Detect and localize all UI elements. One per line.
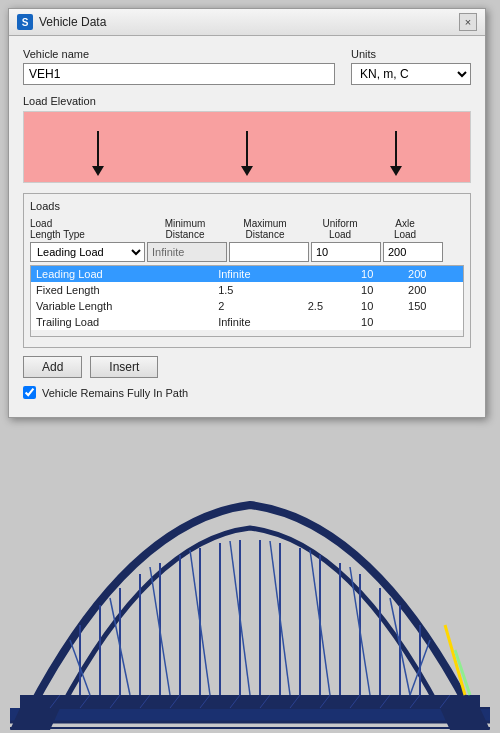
arrow-shaft-3 <box>395 131 397 166</box>
action-buttons: Add Insert <box>23 356 471 378</box>
arrow-head-2 <box>241 166 253 176</box>
top-fields-row: Vehicle name Units KN, m, C KN, mm, C N,… <box>23 48 471 85</box>
row-axle: 200 <box>403 266 463 282</box>
load-type-select[interactable]: Leading Load Fixed Length Variable Lengt… <box>30 242 145 262</box>
table-row[interactable]: Variable Length 2 2.5 10 150 <box>31 298 463 314</box>
loads-label: Loads <box>30 200 464 212</box>
units-select[interactable]: KN, m, C KN, mm, C N, m, C <box>351 63 471 85</box>
loads-table: Leading Load Infinite 10 200 Fixed Lengt… <box>31 266 463 330</box>
loads-section: Loads LoadLength Type MinimumDistance Ma… <box>23 193 471 348</box>
bridge-svg <box>0 460 500 733</box>
th-maximum-distance: MaximumDistance <box>225 218 305 240</box>
row-min-dist: 2 <box>213 298 303 314</box>
checkbox-row: Vehicle Remains Fully In Path <box>23 386 471 399</box>
row-uniform: 10 <box>356 298 403 314</box>
row-max-dist: 2.5 <box>303 298 356 314</box>
arrow-1 <box>92 131 104 176</box>
row-uniform: 10 <box>356 282 403 298</box>
th-load-length-type: LoadLength Type <box>30 218 145 240</box>
close-button[interactable]: × <box>459 13 477 31</box>
title-bar: S Vehicle Data × <box>9 9 485 36</box>
table-row[interactable]: Trailing Load Infinite 10 <box>31 314 463 330</box>
vehicle-path-checkbox[interactable] <box>23 386 36 399</box>
th-axle-load: AxleLoad <box>375 218 435 240</box>
row-max-dist <box>303 314 356 330</box>
arrow-2 <box>241 131 253 176</box>
arrow-head-3 <box>390 166 402 176</box>
table-body: Leading Load Infinite 10 200 Fixed Lengt… <box>31 266 463 330</box>
row-uniform: 10 <box>356 266 403 282</box>
arrow-shaft-1 <box>97 131 99 166</box>
vehicle-data-window: S Vehicle Data × Vehicle name Units KN, … <box>8 8 486 418</box>
app-icon: S <box>17 14 33 30</box>
th-minimum-distance: MinimumDistance <box>145 218 225 240</box>
row-uniform: 10 <box>356 314 403 330</box>
data-table-container: Leading Load Infinite 10 200 Fixed Lengt… <box>30 265 464 337</box>
th-uniform-load: UniformLoad <box>305 218 375 240</box>
row-axle: 200 <box>403 282 463 298</box>
row-axle <box>403 314 463 330</box>
vehicle-path-label: Vehicle Remains Fully In Path <box>42 387 188 399</box>
main-content: Vehicle name Units KN, m, C KN, mm, C N,… <box>9 36 485 417</box>
min-distance-input[interactable] <box>147 242 227 262</box>
load-elevation-box <box>23 111 471 183</box>
uniform-load-input[interactable] <box>311 242 381 262</box>
vehicle-name-label: Vehicle name <box>23 48 335 60</box>
window-title: Vehicle Data <box>39 15 106 29</box>
row-load-type: Trailing Load <box>31 314 213 330</box>
row-min-dist: Infinite <box>213 266 303 282</box>
row-load-type: Fixed Length <box>31 282 213 298</box>
add-button[interactable]: Add <box>23 356 82 378</box>
row-max-dist <box>303 282 356 298</box>
row-load-type: Leading Load <box>31 266 213 282</box>
arrow-head-1 <box>92 166 104 176</box>
units-label: Units <box>351 48 471 60</box>
title-bar-left: S Vehicle Data <box>17 14 106 30</box>
row-max-dist <box>303 266 356 282</box>
units-group: Units KN, m, C KN, mm, C N, m, C <box>351 48 471 85</box>
vehicle-name-group: Vehicle name <box>23 48 335 85</box>
table-headers: LoadLength Type MinimumDistance MaximumD… <box>30 218 464 240</box>
row-load-type: Variable Length <box>31 298 213 314</box>
arrow-3 <box>390 131 402 176</box>
table-input-row: Leading Load Fixed Length Variable Lengt… <box>30 242 464 262</box>
vehicle-name-input[interactable] <box>23 63 335 85</box>
table-row[interactable]: Leading Load Infinite 10 200 <box>31 266 463 282</box>
arrow-shaft-2 <box>246 131 248 166</box>
load-elevation-label: Load Elevation <box>23 95 471 107</box>
row-axle: 150 <box>403 298 463 314</box>
insert-button[interactable]: Insert <box>90 356 158 378</box>
svg-rect-2 <box>10 708 490 722</box>
max-distance-input[interactable] <box>229 242 309 262</box>
row-min-dist: Infinite <box>213 314 303 330</box>
bridge-image-area <box>0 460 500 733</box>
table-row[interactable]: Fixed Length 1.5 10 200 <box>31 282 463 298</box>
axle-load-input[interactable] <box>383 242 443 262</box>
row-min-dist: 1.5 <box>213 282 303 298</box>
